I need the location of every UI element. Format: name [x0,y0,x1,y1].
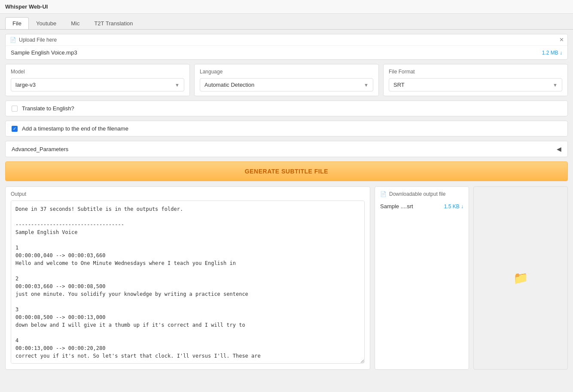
main-content: 📄 Upload File here ✕ Sample English Voic… [0,30,573,374]
advanced-params-row[interactable]: Advanced_Parameters ◀ [5,141,568,157]
upload-label-row: 📄 Upload File here [6,34,567,46]
output-textarea[interactable]: Done in 37 seconds! Subtitle is in the o… [11,201,365,364]
model-select[interactable]: large-v3 ▼ [11,78,184,91]
download-file-name: Sample ....srt [380,203,413,210]
file-format-select[interactable]: SRT ▼ [389,78,562,91]
translate-option-row: Translate to English? [5,100,568,116]
tab-youtube[interactable]: Youtube [29,17,64,29]
close-button[interactable]: ✕ [559,37,564,43]
file-size: 1.2 MB ↓ [542,50,562,56]
file-format-group: File Format SRT ▼ [383,64,568,96]
file-format-label: File Format [389,69,562,75]
language-select[interactable]: Automatic Detection ▼ [200,78,373,91]
file-name: Sample English Voice.mp3 [11,49,77,56]
tab-bar: File Youtube Mic T2T Translation [0,14,573,30]
file-format-chevron-icon: ▼ [553,82,558,88]
language-label: Language [200,69,373,75]
doc-icon: 📄 [10,37,16,43]
output-section: Output Done in 37 seconds! Subtitle is i… [5,186,370,370]
file-info-row: Sample English Voice.mp3 1.2 MB ↓ [6,46,567,59]
upload-area: 📄 Upload File here ✕ Sample English Voic… [5,34,568,60]
language-chevron-icon: ▼ [364,82,369,88]
timestamp-label: Add a timestamp to the end of the filena… [22,125,128,132]
app-container: Whisper Web-UI File Youtube Mic T2T Tran… [0,0,573,392]
download-label-text: Downloadable output file [389,191,445,197]
timestamp-option-row: Add a timestamp to the end of the filena… [5,121,568,137]
advanced-params-label: Advanced_Parameters [12,146,68,152]
tab-mic[interactable]: Mic [64,17,87,29]
advanced-chevron-icon: ◀ [557,146,561,152]
download-size[interactable]: 1.5 KB ↓ [444,204,463,210]
model-label: Model [11,69,184,75]
model-group: Model large-v3 ▼ [5,64,190,96]
selects-row: Model large-v3 ▼ Language Automatic Dete… [5,64,568,96]
translate-checkbox[interactable] [12,106,18,112]
title-bar: Whisper Web-UI [0,0,573,14]
language-value: Automatic Detection [204,82,254,88]
bottom-area: Output Done in 37 seconds! Subtitle is i… [5,186,568,370]
tab-t2t[interactable]: T2T Translation [87,17,140,29]
download-label-row: 📄 Downloadable output file [380,191,463,197]
timestamp-checkbox[interactable] [12,126,18,132]
model-value: large-v3 [15,82,36,88]
upload-label-text[interactable]: Upload File here [19,37,57,43]
file-format-value: SRT [393,82,405,88]
folder-icon: 📁 [513,271,528,285]
output-label: Output [11,191,365,197]
language-group: Language Automatic Detection ▼ [194,64,379,96]
tab-file[interactable]: File [5,17,29,29]
translate-label: Translate to English? [22,105,74,112]
doc-icon-download: 📄 [380,191,387,197]
generate-button[interactable]: GENERATE SUBTITLE FILE [5,161,568,181]
folder-section: 📁 [473,186,568,370]
app-title: Whisper Web-UI [5,3,48,10]
download-section: 📄 Downloadable output file Sample ....sr… [375,186,469,370]
download-file-row: Sample ....srt 1.5 KB ↓ [380,201,463,211]
model-chevron-icon: ▼ [175,82,180,88]
